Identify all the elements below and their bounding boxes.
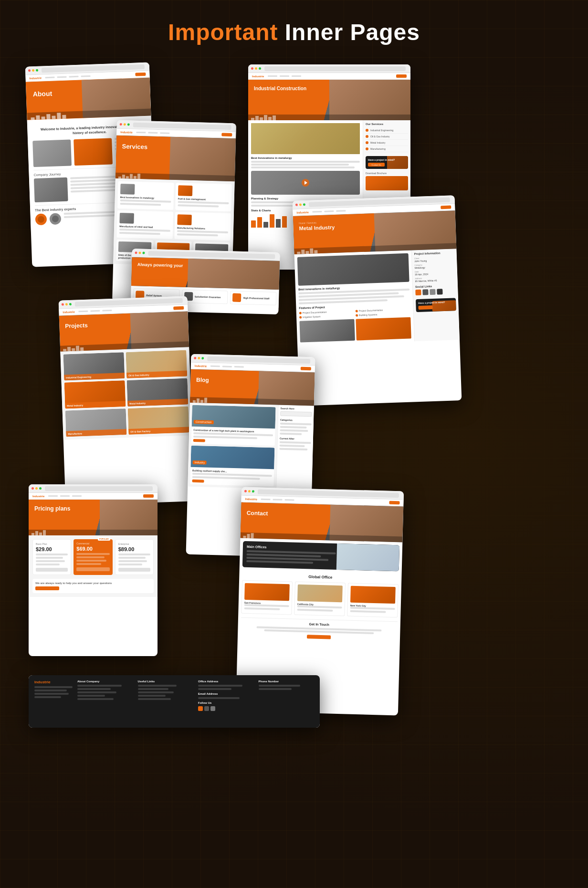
about-header: About [26,78,151,120]
contact-submit-btn[interactable] [307,635,331,639]
download-label: Download Brochure [366,172,408,175]
social-icon-1[interactable] [415,290,421,295]
dot-green [36,69,38,72]
blog-search-title: Search Here [281,407,312,411]
sidebar-services-title: Our Services [366,123,408,125]
metal-main: Best innovations in metallurgy Features … [294,250,415,345]
faq-section: We are always ready to help you and answ… [32,579,154,593]
footer-social [198,706,254,711]
footer-office-col: Office Address Email Address Follow Us [198,680,254,723]
screenshots-container: Industrie About [14,64,574,876]
feature-2: Satisfaction Guarantee [181,290,228,304]
feature-3: High Professional Staff [230,291,276,305]
metal-header: Home / Services Metal Industry [293,210,457,254]
office-ca: California City [294,582,346,616]
contact-header: Contact [240,502,403,543]
plan-basic: Basic Plan $29.00 [32,539,71,575]
metal-screen: Industrie Home / Services Metal Industry [293,195,462,406]
social-icon-3[interactable] [430,289,435,295]
blog-main: Construction Construction of a new high … [188,403,278,489]
projects-screen: Industrie Projects [59,296,195,505]
metalurgy-title: Best Innovations in metalurgy [251,157,360,159]
footer-logo: Industrie [34,680,73,684]
footer-social-3[interactable] [210,706,215,711]
footer-content: Industrie About Company Use [29,675,320,728]
download-section: Download Brochure [366,172,408,190]
blog-body: Construction Construction of a new high … [188,403,314,490]
pricing-screen: Industrie Pricing plans [29,484,158,656]
social-icon-4[interactable] [437,289,442,294]
journey-img [34,177,68,202]
contact-title: Contact [247,510,398,520]
project-6: Oil & Gas Factory [128,406,189,434]
basic-cta-btn[interactable] [36,568,68,572]
metal-body: Best innovations in metallurgy Features … [294,249,460,345]
industrial-header: Industrial Construction [248,80,410,120]
browser-bar-pricing [29,484,158,493]
read-more-btn-2[interactable] [192,480,204,483]
service-card-1: Best Innovations in metalurgy [117,181,174,210]
social-icon-2[interactable] [422,289,428,295]
avatar1 [35,213,47,225]
recent-title: Current After [280,437,311,441]
enterprise-cta-btn[interactable] [118,568,150,572]
blog-post-1: Construction Construction of a new high … [191,405,276,446]
categories-title: Categories [280,418,312,422]
mini-nav-pricing: Industrie [29,493,158,500]
social-links-title: Social Links [415,284,455,288]
metal-sidebar: Project Information Client John Young Ca… [411,249,460,341]
blog-sidebar: Search Here Categories Current After [276,405,314,490]
project-images [299,317,411,343]
nav-links [45,75,91,78]
pricing-content: Basic Plan $29.00 POPULAR Commercial $69… [29,535,158,597]
plan-commercial-price: $69.00 [76,546,109,552]
industrial-main-img [251,123,360,154]
footer-links-col: Useful Links [138,680,194,723]
footer-social-1[interactable] [198,706,203,711]
blog-header: Blog [190,369,315,406]
project-2: Oil & Gas Industry [126,350,187,378]
services-header: Services [116,136,236,182]
projects-content: Industrial Engineering Oil & Gas Industr… [60,347,192,439]
footer-logo-col: Industrie [34,680,73,723]
planning-img [251,171,360,195]
nav-cta-btn[interactable] [135,73,146,76]
download-img [366,176,408,190]
project-3: Metal Industry [64,380,126,408]
metal-cta: Have a project in mind? [416,298,456,312]
pricing-header: Pricing plans [29,500,158,535]
plan-commercial: POPULAR Commercial $69.00 [74,539,112,575]
page-content: Important Inner Pages Industrie [0,0,588,888]
heading-highlight: Important [168,20,278,45]
projects-header: Projects [59,311,189,351]
browser-bar-industrial [248,64,410,73]
nav-logo: Industrie [29,76,42,80]
service-card-3: Manufacture of steel and lead [117,210,173,239]
commercial-cta-btn[interactable] [76,567,109,571]
project-4: Metal Industry [126,378,188,407]
about-img2 [74,138,113,166]
services-title: Services [116,136,236,160]
project-info-title: Project Information [414,251,454,255]
projects-grid: Industrial Engineering Oil & Gas Industr… [63,350,189,437]
avatar2 [49,213,61,225]
sidebar-cta-btn-label: Contact Us [372,164,381,166]
read-more-btn-1[interactable] [193,439,205,442]
sidebar-cta-btn[interactable]: Contact Us [368,163,385,167]
plan-basic-price: $29.00 [36,546,68,552]
features-grid: Project Documentation Project Documentat… [299,308,410,319]
faq-btn[interactable] [35,586,59,590]
metal-main-img [297,253,410,286]
metal-cta-btn[interactable] [418,305,432,310]
footer-social-2[interactable] [204,706,209,711]
plan-enterprise: Enterprise $89.00 [115,539,154,575]
heading-normal: Inner Pages [278,20,420,45]
global-title: Global Office [242,573,399,582]
project-1: Industrial Engineering [63,352,125,380]
main-heading: Important Inner Pages [14,19,574,45]
global-office-section: Global Office San Francisco California C… [238,570,402,644]
get-in-touch-section: Get In Touch [241,617,398,641]
projects-title: Projects [59,311,189,336]
metal-cta-text: Have a project in mind? [418,300,453,304]
blog-search-input[interactable] [280,411,312,417]
